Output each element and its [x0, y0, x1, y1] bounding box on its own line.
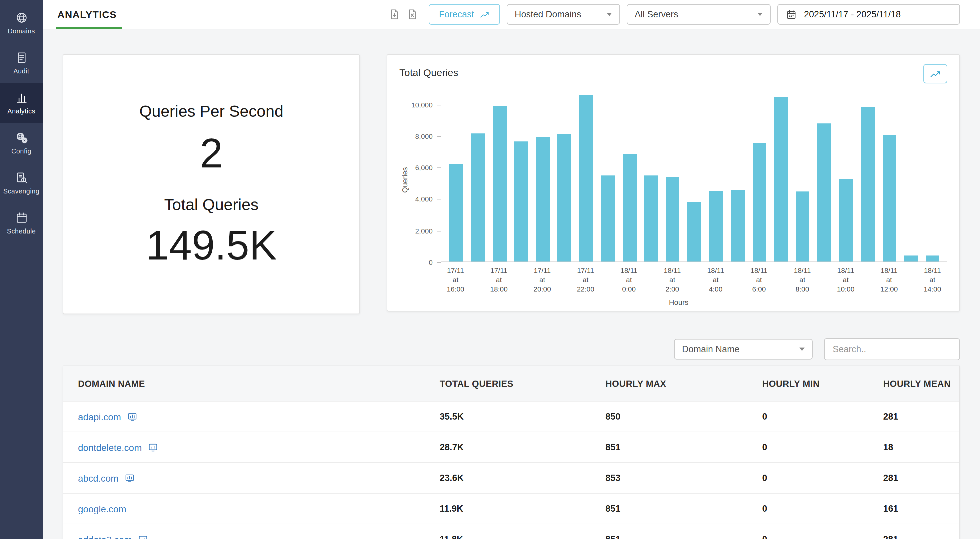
x-tick-label	[466, 262, 488, 294]
export-pdf-icon[interactable]	[389, 9, 400, 20]
query-bar	[471, 133, 485, 262]
column-header-hourly-mean[interactable]: HOURLY MEAN	[883, 379, 959, 389]
servers-dropdown[interactable]: All Servers	[627, 4, 771, 25]
chevron-down-icon	[607, 13, 612, 16]
table-cell: 850	[605, 411, 762, 422]
query-bar	[558, 134, 572, 262]
sidebar-item-config[interactable]: Config	[0, 123, 43, 163]
domain-link[interactable]: adapi.com	[78, 411, 121, 422]
query-bar	[904, 255, 918, 262]
query-bar	[926, 255, 940, 262]
bar-slot	[684, 89, 705, 262]
x-tick-label: 18/11at10:00	[835, 262, 857, 294]
domain-link[interactable]: google.com	[78, 503, 126, 514]
y-tick-label: 4,000	[415, 195, 433, 203]
bar-slot	[878, 89, 900, 262]
forecast-button[interactable]: Forecast	[429, 4, 500, 25]
query-bar	[579, 95, 593, 262]
y-tick-label: 8,000	[415, 132, 433, 140]
sidebar-item-scavenging[interactable]: Scavenging	[0, 163, 43, 203]
domain-report-icon[interactable]	[138, 534, 148, 539]
x-tick-label	[813, 262, 835, 294]
axis-spacer	[410, 262, 441, 294]
table-cell: 11.9K	[440, 504, 605, 513]
column-filter-dropdown[interactable]: Domain Name	[674, 339, 813, 360]
x-tick-label	[770, 262, 791, 294]
bar-slot	[488, 89, 510, 262]
query-bar	[817, 123, 831, 262]
domain-report-icon[interactable]	[124, 473, 134, 483]
hosted-domains-dropdown-value: Hosted Domains	[515, 10, 581, 19]
title-divider	[133, 8, 133, 21]
query-bar	[536, 137, 550, 262]
column-header-hourly-max[interactable]: HOURLY MAX	[605, 379, 762, 389]
doc-search-icon	[15, 171, 28, 184]
chart-header: Total Queries	[399, 64, 947, 83]
sidebar-item-audit[interactable]: Audit	[0, 43, 43, 83]
x-tick-label	[726, 262, 748, 294]
table-cell: 0	[762, 473, 883, 483]
date-range-picker[interactable]: 2025/11/17 - 2025/11/18	[777, 4, 960, 25]
table-cell: 851	[605, 504, 762, 513]
x-tick-label: 18/11at8:00	[792, 262, 813, 294]
y-tick-label: 10,000	[411, 100, 433, 108]
bar-slot	[792, 89, 814, 262]
domain-cell: google.com	[63, 503, 440, 514]
domain-link[interactable]: abcd.com	[78, 473, 118, 483]
query-bar	[514, 142, 528, 262]
sidebar-item-domains[interactable]: Domains	[0, 3, 43, 43]
bar-slot	[835, 89, 857, 262]
table-cell: 23.6K	[440, 473, 605, 483]
table-cell: 0	[762, 411, 883, 422]
bar-slot	[727, 89, 749, 262]
domain-link[interactable]: dontdelete.com	[78, 442, 142, 453]
app-root: DomainsAuditAnalyticsConfigScavengingSch…	[0, 0, 980, 539]
search-input[interactable]	[824, 338, 960, 360]
column-header-domain-name[interactable]: DOMAIN NAME	[63, 379, 440, 389]
bar-slot	[770, 89, 792, 262]
servers-dropdown-value: All Servers	[635, 10, 678, 19]
x-tick-label	[510, 262, 531, 294]
table-row: addata3.com11.8K8510281	[63, 524, 959, 539]
query-bar	[839, 179, 853, 262]
table-header-row: DOMAIN NAME TOTAL QUERIES HOURLY MAX HOU…	[63, 366, 959, 401]
column-header-hourly-min[interactable]: HOURLY MIN	[762, 379, 883, 389]
main-content: Queries Per Second 2 Total Queries 149.5…	[43, 29, 980, 539]
export-excel-icon[interactable]	[407, 9, 418, 20]
table-filter-row: Domain Name	[63, 338, 960, 360]
y-axis-ticks: 02,0004,0006,0008,00010,000	[410, 89, 441, 262]
bar-plot	[441, 89, 947, 262]
table-cell: 0	[762, 504, 883, 513]
bar-slot	[900, 89, 922, 262]
query-bar	[709, 191, 723, 262]
sidebar-item-schedule[interactable]: Schedule	[0, 203, 43, 243]
domain-report-icon[interactable]	[148, 442, 158, 452]
y-tick-label: 0	[429, 258, 433, 266]
query-bar	[493, 106, 507, 262]
qps-value: 2	[200, 133, 223, 174]
query-bar	[449, 164, 463, 262]
column-filter-value: Domain Name	[682, 344, 740, 354]
chart-type-button[interactable]	[923, 64, 947, 83]
table-body: adapi.com35.5K8500281dontdelete.com28.7K…	[63, 401, 959, 539]
table-row: adapi.com35.5K8500281	[63, 401, 959, 432]
bar-slot	[467, 89, 488, 262]
sidebar-item-label: Config	[11, 147, 31, 155]
sidebar-item-label: Schedule	[7, 227, 36, 234]
sidebar-item-analytics[interactable]: Analytics	[0, 83, 43, 123]
domain-link[interactable]: addata3.com	[78, 534, 132, 539]
sidebar-item-label: Audit	[13, 67, 29, 74]
column-header-total-queries[interactable]: TOTAL QUERIES	[440, 379, 605, 389]
gears-icon	[15, 131, 28, 144]
line-chart-icon	[929, 68, 941, 80]
bar-slot	[813, 89, 835, 262]
table-cell: 0	[762, 442, 883, 452]
bar-slot	[640, 89, 662, 262]
domain-report-icon[interactable]	[127, 411, 137, 422]
bar-slot	[662, 89, 684, 262]
x-tick-label: 18/11at12:00	[878, 262, 900, 294]
table-cell: 281	[883, 534, 959, 539]
table-cell: 281	[883, 411, 959, 422]
table-cell: 35.5K	[440, 411, 605, 422]
hosted-domains-dropdown[interactable]: Hosted Domains	[507, 4, 620, 25]
